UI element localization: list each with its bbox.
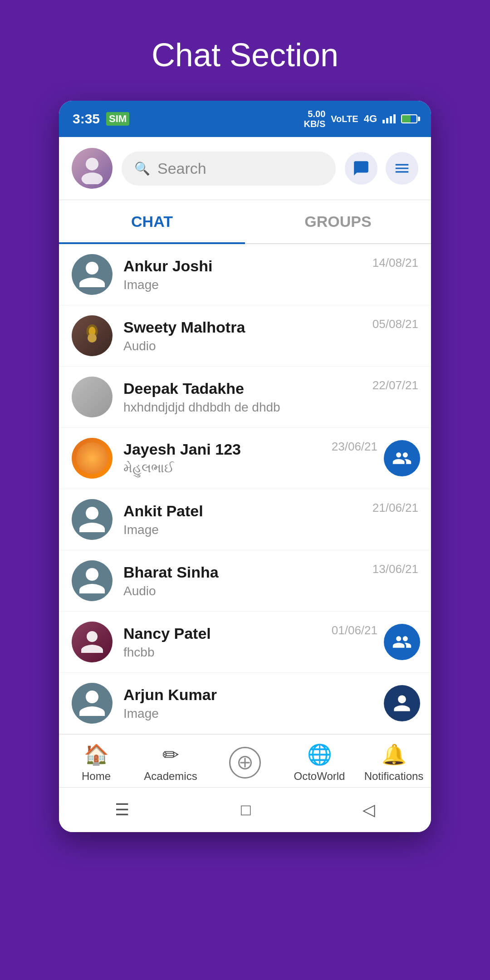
status-bar: 3:35 SIM 5.00KB/S VoLTE 4G (59, 101, 431, 137)
speed-indicator: 5.00KB/S (304, 109, 325, 129)
system-home-button[interactable]: □ (223, 796, 269, 824)
chat-last-message: fhcbb (123, 645, 332, 660)
chat-item[interactable]: Jayesh Jani 123 મેહુલભાઈ 23/06/21 (59, 428, 431, 489)
chat-date: 14/08/21 (372, 254, 418, 270)
chat-name: Arjun Kumar (123, 686, 377, 704)
nav-octoworld[interactable]: 🌐 OctoWorld (282, 743, 357, 783)
status-time: 3:35 (73, 111, 100, 127)
chat-info: Nancy Patel fhcbb (123, 625, 332, 660)
chat-date: 21/06/21 (372, 499, 418, 515)
group-fab-button-2[interactable] (384, 624, 420, 660)
svg-point-4 (88, 333, 97, 343)
chat-date: 01/06/21 (332, 622, 377, 637)
avatar (72, 377, 113, 417)
avatar (72, 622, 113, 662)
chat-bubble-button[interactable] (345, 152, 377, 185)
chat-last-message: Audio (123, 339, 372, 353)
notifications-icon: 🔔 (382, 743, 407, 766)
avatar (72, 254, 113, 295)
avatar (72, 499, 113, 540)
avatar (72, 560, 113, 601)
svg-point-0 (86, 158, 98, 171)
chat-name: Nancy Patel (123, 625, 332, 642)
chat-info: Arjun Kumar Image (123, 686, 377, 721)
avatar (72, 315, 113, 356)
signal-bars (382, 114, 396, 123)
chat-name: Ankur Joshi (123, 257, 372, 275)
chat-date: 22/07/21 (372, 377, 418, 392)
system-back-button[interactable]: ◁ (344, 796, 393, 824)
add-icon (229, 747, 261, 779)
chat-name: Deepak Tadakhe (123, 380, 372, 397)
chat-last-message: Image (123, 278, 372, 292)
chat-info: Deepak Tadakhe hxhdndjdjd dhdbdh de dhdb (123, 380, 372, 415)
chat-item[interactable]: Ankur Joshi Image 14/08/21 (59, 244, 431, 305)
chat-last-message: hxhdndjdjd dhdbdh de dhdb (123, 400, 372, 415)
chat-info: Ankur Joshi Image (123, 257, 372, 292)
app-header: 🔍 Search (59, 137, 431, 200)
avatar (72, 438, 113, 479)
menu-button[interactable] (386, 152, 418, 185)
svg-point-1 (82, 172, 103, 184)
phone-frame: 3:35 SIM 5.00KB/S VoLTE 4G (59, 101, 431, 832)
header-icons (345, 152, 418, 185)
system-nav-bar: ☰ □ ◁ (59, 787, 431, 832)
nav-notifications[interactable]: 🔔 Notifications (357, 743, 431, 783)
chat-date: 05/08/21 (372, 315, 418, 331)
chat-list: Ankur Joshi Image 14/08/21 Sweety Malhot… (59, 244, 431, 734)
nav-octoworld-label: OctoWorld (294, 770, 345, 783)
tab-chat[interactable]: CHAT (59, 200, 245, 243)
chat-date: 23/06/21 (332, 438, 377, 454)
search-icon: 🔍 (134, 161, 150, 176)
nav-academics-label: Academics (144, 770, 197, 783)
home-icon: 🏠 (84, 743, 109, 766)
group-fab-button[interactable] (384, 440, 420, 476)
person-fab-button[interactable] (384, 685, 420, 721)
tab-groups[interactable]: GROUPS (245, 200, 431, 243)
chat-date: 13/06/21 (372, 560, 418, 576)
chat-name: Bharat Sinha (123, 564, 372, 581)
network-gen: 4G (364, 113, 377, 125)
chat-name: Jayesh Jani 123 (123, 441, 332, 458)
chat-info: Bharat Sinha Audio (123, 564, 372, 598)
chat-item[interactable]: Ankit Patel Image 21/06/21 (59, 489, 431, 550)
chat-item[interactable]: Nancy Patel fhcbb 01/06/21 (59, 612, 431, 673)
nav-home-label: Home (82, 770, 111, 783)
chat-item[interactable]: Arjun Kumar Image (59, 673, 431, 734)
octoworld-icon: 🌐 (307, 743, 332, 766)
chat-item[interactable]: Bharat Sinha Audio 13/06/21 (59, 550, 431, 612)
nav-home[interactable]: 🏠 Home (59, 743, 133, 783)
academics-icon: ✏ (162, 743, 179, 766)
battery-icon (401, 114, 417, 123)
nav-notifications-label: Notifications (364, 770, 424, 783)
chat-name: Sweety Malhotra (123, 318, 372, 336)
chat-last-message: Image (123, 706, 377, 721)
tabs: CHAT GROUPS (59, 200, 431, 244)
chat-info: Jayesh Jani 123 મેહુલભાઈ (123, 441, 332, 476)
chat-last-message: Audio (123, 584, 372, 598)
page-title: Chat Section (152, 36, 338, 74)
search-bar[interactable]: 🔍 Search (122, 152, 336, 186)
search-placeholder: Search (157, 160, 206, 177)
chat-last-message: મેહુલભાઈ (123, 461, 332, 476)
bottom-nav: 🏠 Home ✏ Academics 🌐 OctoWorld 🔔 Notific… (59, 734, 431, 787)
volte-indicator: VoLTE (331, 114, 358, 124)
chat-name: Ankit Patel (123, 502, 372, 520)
system-menu-button[interactable]: ☰ (97, 796, 147, 824)
nav-add[interactable] (208, 747, 282, 779)
nav-academics[interactable]: ✏ Academics (133, 743, 208, 783)
chat-info: Sweety Malhotra Audio (123, 318, 372, 353)
chat-item[interactable]: Deepak Tadakhe hxhdndjdjd dhdbdh de dhdb… (59, 367, 431, 428)
chat-info: Ankit Patel Image (123, 502, 372, 537)
profile-avatar[interactable] (72, 148, 113, 189)
sim-icon: SIM (106, 112, 129, 126)
chat-item[interactable]: Sweety Malhotra Audio 05/08/21 (59, 305, 431, 367)
avatar (72, 683, 113, 724)
chat-last-message: Image (123, 523, 372, 537)
